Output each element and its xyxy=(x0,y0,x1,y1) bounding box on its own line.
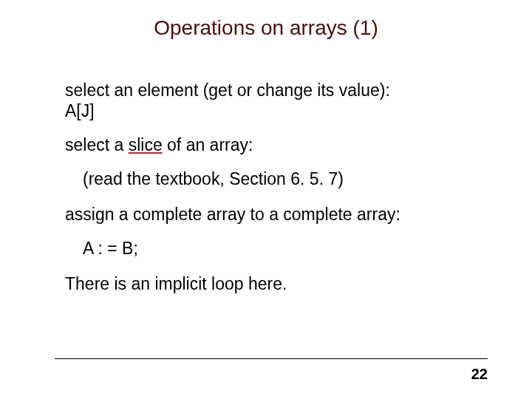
text-select-slice-pre: select a xyxy=(65,135,129,154)
para-assign-array: assign a complete array to a complete ar… xyxy=(65,204,488,225)
text-implicit-loop: There is an implicit loop here. xyxy=(65,274,287,293)
page-number: 22 xyxy=(471,366,488,383)
text-assign-array: assign a complete array to a complete ar… xyxy=(65,205,400,224)
divider xyxy=(55,358,488,359)
para-assign-code: A : = B; xyxy=(83,238,488,259)
text-assign-code: A : = B; xyxy=(83,239,138,258)
text-select-element: select an element (get or change its val… xyxy=(65,81,390,100)
para-select-slice: select a slice of an array: xyxy=(65,134,488,155)
text-select-element-code: A[J] xyxy=(65,101,95,120)
para-select-element: select an element (get or change its val… xyxy=(65,80,488,121)
text-select-slice-word: slice xyxy=(129,135,163,154)
slide-body: select an element (get or change its val… xyxy=(65,80,488,307)
slide-title: Operations on arrays (1) xyxy=(0,16,532,40)
slide: Operations on arrays (1) select an eleme… xyxy=(0,0,532,399)
para-implicit-loop: There is an implicit loop here. xyxy=(65,273,488,294)
para-read-textbook: (read the textbook, Section 6. 5. 7) xyxy=(83,168,488,189)
text-select-slice-post: of an array: xyxy=(163,135,253,154)
text-read-textbook: (read the textbook, Section 6. 5. 7) xyxy=(83,169,344,188)
